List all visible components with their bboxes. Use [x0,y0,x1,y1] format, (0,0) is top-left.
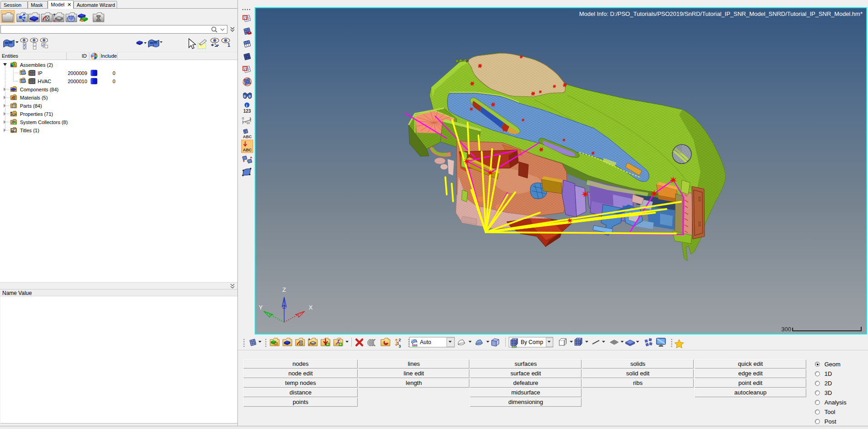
svg-text:1: 1 [227,42,230,48]
svg-text:X: X [309,304,313,311]
svg-text:Y: Y [259,304,263,311]
svg-text:ABC: ABC [243,135,252,139]
svg-text:By Comp: By Comp [521,339,543,345]
svg-text:Z: Z [282,286,286,293]
svg-text:3: 3 [399,344,401,349]
svg-text:ABC: ABC [243,148,252,152]
svg-text:0: 0 [242,116,244,120]
svg-text:123: 123 [243,109,251,114]
svg-text:300: 300 [781,326,791,333]
svg-text:*10: *10 [245,121,250,125]
svg-text:Auto: Auto [420,339,431,345]
